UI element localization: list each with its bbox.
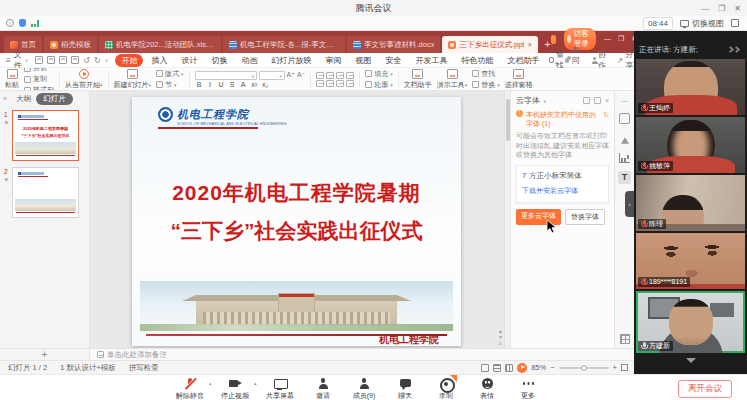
leave-meeting-button[interactable]: 离开会议 <box>678 380 732 398</box>
fill-button[interactable]: 填充▾ <box>365 69 393 79</box>
tab-slides[interactable]: 幻灯片 <box>36 93 73 105</box>
font-style-button[interactable]: A <box>239 81 248 88</box>
tab-outline[interactable]: 大纲 <box>16 94 31 104</box>
menu-item[interactable]: 插入 <box>145 54 173 67</box>
normal-view-icon[interactable] <box>481 364 489 372</box>
new-slide-button[interactable]: 新建幻灯片▾ <box>114 69 152 90</box>
menu-item[interactable]: 视图 <box>349 54 377 67</box>
reading-view-icon[interactable] <box>505 364 513 372</box>
slide-sorter-icon[interactable] <box>493 364 501 372</box>
minimize-icon[interactable] <box>701 4 709 13</box>
chevron-down-icon[interactable] <box>543 98 547 104</box>
canvas-scroll-buttons[interactable]: ▲▼≡ <box>498 329 503 346</box>
refresh-icon[interactable] <box>603 110 609 128</box>
participant-video[interactable]: 方建新 <box>636 291 745 353</box>
cut-button[interactable]: 剪切 <box>24 68 54 73</box>
close-icon[interactable] <box>734 4 741 13</box>
campus-gate-image[interactable] <box>140 281 453 331</box>
menu-item[interactable]: 设计 <box>175 54 203 67</box>
participant-video[interactable]: 陈瑾 <box>636 175 745 231</box>
undo-icon[interactable]: ↺ <box>83 56 90 65</box>
slideshow-play-icon[interactable] <box>517 363 527 373</box>
participant-video[interactable]: 189****8191 <box>636 233 745 289</box>
play-from-current-button[interactable]: 从当前开始▾ <box>65 69 103 90</box>
bullets-icon[interactable] <box>316 72 324 79</box>
panel-popout-icon[interactable] <box>594 97 601 104</box>
copy-button[interactable]: 复制 <box>24 74 54 84</box>
wps-doc-tab[interactable]: 机电工程学院-各...报-李文敏(1) <box>223 36 345 53</box>
print-icon[interactable] <box>59 56 67 64</box>
meeting-toolbar-item[interactable]: 聊天 <box>393 377 417 400</box>
replace-font-button[interactable]: 替换字体 <box>565 209 605 225</box>
decrease-font-icon[interactable]: A⁻ <box>297 71 305 79</box>
status-item[interactable]: 幻灯片 1 / 2 <box>8 363 47 373</box>
menu-item[interactable]: 开发工具 <box>409 54 453 67</box>
zoom-out-icon[interactable] <box>550 363 554 372</box>
grid-icon[interactable] <box>620 334 630 344</box>
menu-item[interactable]: 切换 <box>205 54 233 67</box>
align-center-icon[interactable] <box>326 80 334 87</box>
chart-icon[interactable] <box>619 153 630 163</box>
paste-button[interactable]: 粘贴 <box>5 69 19 90</box>
replace-button[interactable]: 替换▾ <box>472 80 500 90</box>
present-tools-button[interactable]: 演示工具▾ <box>437 69 468 90</box>
meeting-info-icon[interactable] <box>6 19 14 27</box>
increase-font-icon[interactable]: A⁺ <box>287 71 295 79</box>
switch-view-button[interactable]: 切换视图 <box>680 18 724 29</box>
wps-doc-tab[interactable]: 稻壳模板 <box>44 36 97 53</box>
zoom-level[interactable]: 85% <box>531 363 546 372</box>
outdent-icon[interactable] <box>346 72 354 79</box>
menu-item[interactable]: 特色功能 <box>455 54 499 67</box>
font-style-button[interactable]: I <box>206 81 215 88</box>
tab-close-icon[interactable] <box>527 40 532 49</box>
find-button[interactable]: 查找 <box>472 69 500 79</box>
font-name-combobox[interactable] <box>195 71 257 80</box>
outline-button[interactable]: 轮廓▾ <box>365 80 393 90</box>
meeting-toolbar-item[interactable]: 共享屏幕 <box>266 377 294 400</box>
doc-assistant-button[interactable]: 文档助手 <box>404 69 432 90</box>
font-style-button[interactable]: x₂ <box>261 81 270 88</box>
selection-pane-button[interactable]: 选择窗格 <box>505 69 533 90</box>
slide-thumbnail[interactable]: 2020年机电工程学院暑期 “三下乡”社会实践出征仪式 <box>12 167 79 218</box>
meeting-toolbar-item[interactable]: 邀请 <box>311 377 335 400</box>
transition-icon[interactable] <box>4 120 8 124</box>
chevron-down-icon[interactable] <box>105 57 109 63</box>
menu-item[interactable]: 开始 <box>115 54 143 67</box>
font-style-button[interactable]: B <box>195 81 204 88</box>
scroll-down-icon[interactable] <box>686 358 696 368</box>
wps-doc-tab[interactable]: 机电学院202...活动团队.xls报表 <box>99 36 221 53</box>
wps-doc-tab[interactable]: 李文智事迹材料.docx <box>347 36 440 53</box>
status-item[interactable]: 1 默认设计+模板 <box>60 363 116 373</box>
status-item[interactable]: 拼写检查 <box>129 363 159 373</box>
meeting-toolbar-item[interactable]: 表情 <box>475 377 499 400</box>
preview-icon[interactable] <box>71 56 79 64</box>
participant-video[interactable]: 姚敏萍 <box>636 117 745 173</box>
wps-minimize-icon[interactable] <box>604 35 611 43</box>
notes-placeholder[interactable]: 单击此处添加备注 <box>90 349 634 360</box>
menu-item[interactable]: 审阅 <box>319 54 347 67</box>
slide-1[interactable]: 机电工程学院 SCHOOL OF MECHANICAL AND ELECTRIC… <box>132 97 461 346</box>
download-install-link[interactable]: 下载并安装云字体 <box>522 186 603 196</box>
slide-thumbnail[interactable]: 2020年机电工程学院暑期 “三下乡”社会实践出征仪式 <box>12 110 79 161</box>
apps-badge-icon[interactable] <box>551 35 556 44</box>
meeting-toolbar-item[interactable]: 更多 <box>516 377 540 400</box>
effects-icon[interactable] <box>621 133 629 143</box>
fit-slide-icon[interactable] <box>621 364 628 371</box>
font-style-button[interactable]: U <box>217 81 226 88</box>
meeting-toolbar-item[interactable]: 解除静音 <box>176 377 204 400</box>
menu-item[interactable]: 动画 <box>235 54 263 67</box>
maximize-icon[interactable] <box>718 4 725 13</box>
meeting-toolbar-item[interactable]: 停止视频 <box>221 377 249 400</box>
participant-video[interactable]: 王灿婷 <box>636 59 745 115</box>
add-slide-button[interactable] <box>0 349 90 360</box>
zoom-slider-knob[interactable] <box>581 365 587 371</box>
wps-doc-tab[interactable]: 三下乡出征仪式.ppt <box>442 36 538 53</box>
zoom-slider[interactable] <box>559 367 609 369</box>
meeting-toolbar-item[interactable]: 录制 <box>434 377 458 400</box>
numbering-icon[interactable] <box>326 72 334 79</box>
collapse-sidebar-tab[interactable] <box>625 191 634 217</box>
align-right-icon[interactable] <box>336 80 344 87</box>
output-icon[interactable] <box>47 56 55 64</box>
font-style-button[interactable]: S <box>228 81 237 88</box>
panel-collapse-icon[interactable] <box>728 47 739 52</box>
